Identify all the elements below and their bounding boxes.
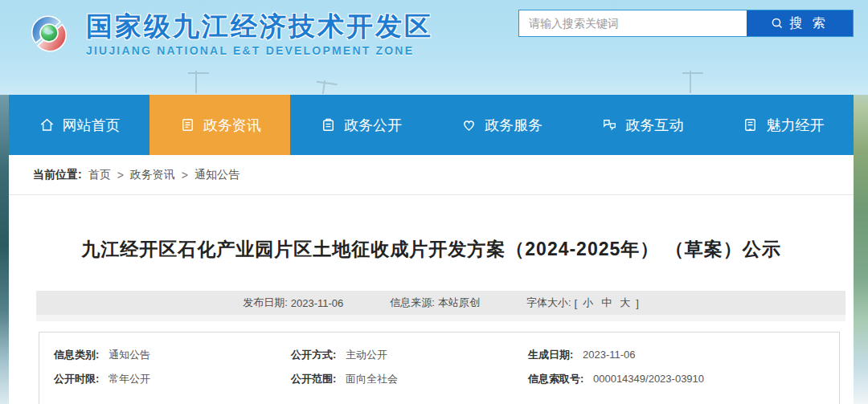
info-source-value: 本站原创 <box>438 296 480 310</box>
nav-item-label: 政务互动 <box>625 116 683 135</box>
clipboard-icon <box>320 116 337 133</box>
breadcrumb-link-home[interactable]: 首页 <box>88 168 111 182</box>
font-size-label: 字体大小: <box>526 296 571 310</box>
info-open-term-value: 常年公开 <box>108 373 150 385</box>
info-category: 信息类别: 通知公告 <box>54 348 291 362</box>
nav-item-services[interactable]: 政务服务 <box>432 95 572 155</box>
info-source: 信息来源: 本站原创 <box>390 296 480 310</box>
nav-item-interaction[interactable]: 政务互动 <box>572 95 713 155</box>
page-background-photo-right <box>854 72 868 404</box>
crane-silhouette <box>690 71 691 93</box>
table-row: 信息类别: 通知公告 公开方式: 主动公开 生成日期: 2023-11-06 <box>39 343 839 367</box>
search-button-label: 搜 索 <box>789 15 828 32</box>
article-content: 九江经开区石化产业园片区土地征收成片开发方案（2024-2025年） （草案）公… <box>9 195 854 404</box>
info-index-no-label: 信息索取号: <box>528 373 583 385</box>
publish-date-value: 2023-11-06 <box>291 297 344 309</box>
breadcrumb-link-news[interactable]: 政务资讯 <box>130 168 175 182</box>
info-source-label: 信息来源: <box>390 296 435 310</box>
page-background-photo-left <box>0 72 9 404</box>
info-open-mode-value: 主动公开 <box>346 349 387 361</box>
crane-silhouette <box>322 80 326 94</box>
site-logo-icon <box>22 6 76 61</box>
meta-bar-shadow-strip <box>36 315 845 321</box>
info-gen-date: 生成日期: 2023-11-06 <box>528 348 839 362</box>
breadcrumb: 当前位置: 首页 > 政务资讯 > 通知公告 <box>9 155 854 195</box>
font-size-small-button[interactable]: 小 <box>580 296 596 310</box>
breadcrumb-label: 当前位置: <box>33 168 82 182</box>
nav-item-label: 政务服务 <box>485 116 542 135</box>
chat-icon <box>601 116 618 133</box>
nav-item-label: 魅力经开 <box>766 116 824 135</box>
search-bar: 搜 索 <box>518 10 854 37</box>
publish-date-label: 发布日期: <box>243 296 288 310</box>
breadcrumb-link-notices[interactable]: 通知公告 <box>194 168 240 182</box>
article-meta-bar: 发布日期: 2023-11-06 信息来源: 本站原创 字体大小: [ 小 中 … <box>36 291 845 315</box>
nav-item-home[interactable]: 网站首页 <box>9 95 149 155</box>
search-icon <box>771 17 784 30</box>
crane-silhouette <box>195 71 197 93</box>
search-button[interactable]: 搜 索 <box>747 10 853 36</box>
site-title-en: JIUJIANG NATIONAL E&T DEVELOPMENT ZONE <box>86 44 433 57</box>
info-open-mode: 公开方式: 主动公开 <box>291 348 528 362</box>
info-open-term: 公开时限: 常年公开 <box>54 372 291 386</box>
breadcrumb-separator: > <box>182 169 188 182</box>
info-open-mode-label: 公开方式: <box>291 349 336 361</box>
nav-item-label: 网站首页 <box>63 116 121 135</box>
search-input[interactable] <box>519 10 747 36</box>
article-info-table: 信息类别: 通知公告 公开方式: 主动公开 生成日期: 2023-11-06 公… <box>39 332 840 404</box>
font-size-control: 字体大小: [ 小 中 大 ] <box>526 296 639 310</box>
info-gen-date-label: 生成日期: <box>528 349 573 361</box>
nav-item-news[interactable]: 政务资讯 <box>149 95 290 155</box>
heart-icon <box>461 116 477 133</box>
main-nav: 网站首页 政务资讯 政务公开 政务服务 政务互动 <box>9 95 854 155</box>
nav-item-label: 政务资讯 <box>203 116 261 135</box>
article-title: 九江经开区石化产业园片区土地征收成片开发方案（2024-2025年） （草案）公… <box>9 195 854 262</box>
info-index-no: 信息索取号: 000014349/2023-03910 <box>528 372 839 386</box>
font-size-medium-button[interactable]: 中 <box>599 296 614 310</box>
nav-item-label: 政务公开 <box>344 116 402 135</box>
info-open-term-label: 公开时限: <box>54 373 99 385</box>
site-title-cn: 国家级九江经济技术开发区 <box>86 11 433 42</box>
info-gen-date-value: 2023-11-06 <box>583 349 636 361</box>
bracket: ] <box>636 297 639 309</box>
info-category-label: 信息类别: <box>54 349 99 361</box>
info-open-scope-value: 面向全社会 <box>346 373 398 385</box>
site-banner: 国家级九江经济技术开发区 JIUJIANG NATIONAL E&T DEVEL… <box>0 0 868 95</box>
info-open-scope: 公开范围: 面向全社会 <box>291 372 528 386</box>
nav-item-charm[interactable]: 魅力经开 <box>713 95 854 155</box>
site-brand: 国家级九江经济技术开发区 JIUJIANG NATIONAL E&T DEVEL… <box>22 6 433 61</box>
breadcrumb-separator: > <box>117 169 124 182</box>
publish-date: 发布日期: 2023-11-06 <box>243 296 343 310</box>
info-category-value: 通知公告 <box>108 349 150 361</box>
info-open-scope-label: 公开范围: <box>291 373 336 385</box>
home-icon <box>39 116 55 133</box>
news-icon <box>179 116 196 133</box>
info-index-no-value: 000014349/2023-03910 <box>593 373 704 385</box>
bracket: [ <box>575 297 578 309</box>
book-icon <box>742 116 759 133</box>
nav-item-disclosure[interactable]: 政务公开 <box>290 95 431 155</box>
table-row: 公开时限: 常年公开 公开范围: 面向全社会 信息索取号: 000014349/… <box>39 367 839 391</box>
font-size-large-button[interactable]: 大 <box>617 296 633 310</box>
